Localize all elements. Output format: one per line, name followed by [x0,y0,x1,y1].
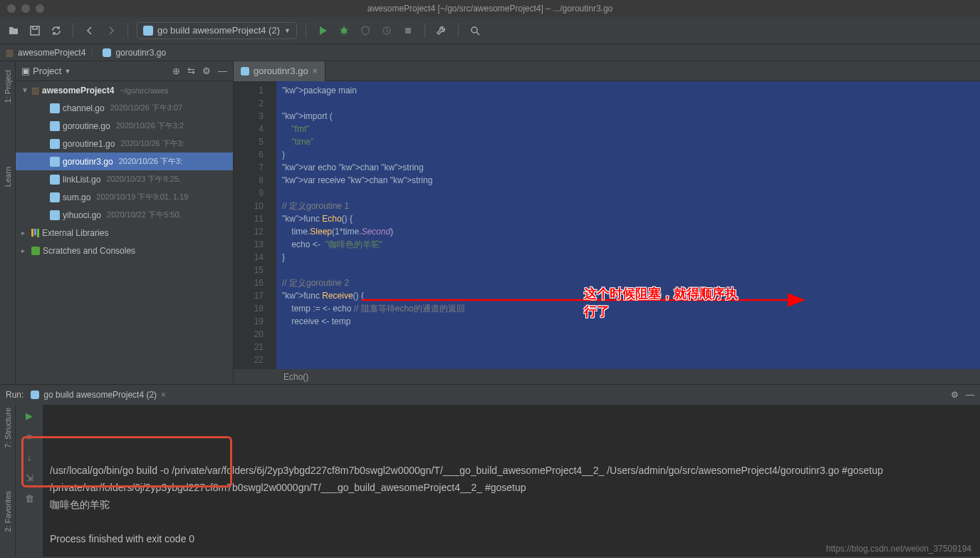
editor-breadcrumb: Echo() [234,369,980,384]
left-tool-strip: 1: Project Learn [0,61,16,384]
run-tool-window: Run: go build awesomeProject4 (2) × ⚙ — … [0,384,980,557]
svg-rect-0 [31,26,39,35]
project-title: Project [33,66,61,76]
tree-root[interactable]: ▼▥ awesomeProject4 ~/go/src/awes [16,81,233,99]
code-editor[interactable]: 12345678910111213141516171819202122 "kw"… [234,81,980,369]
project-view-icon: ▣ [21,66,30,76]
go-file-icon [50,175,60,185]
collapse-icon[interactable]: — [218,66,227,76]
output-highlight-box [21,436,232,487]
go-file-icon [103,48,111,57]
project-tree[interactable]: ▼▥ awesomeProject4 ~/go/src/awes channel… [16,81,233,384]
go-file-icon [143,26,153,36]
annotation-text: 这个时候阻塞，就得顺序执行了 [584,285,738,321]
delete-icon[interactable]: 🗑 [25,493,34,504]
scratch-icon [31,247,40,255]
run-config-selector[interactable]: go build awesomeProject4 (2) ▼ [137,22,297,39]
stop-icon[interactable] [400,23,416,38]
chevron-right-icon: 〉 [90,46,98,58]
project-tool-window: ▣ Project ▼ ⊕ ⇆ ⚙ — ▼▥ awesomeProject4 ~… [16,61,234,384]
window-title: awesomeProject4 [~/go/src/awesomeProject… [368,4,613,14]
run-icon[interactable] [315,23,330,38]
back-icon[interactable] [82,23,98,38]
run-label: Run: [6,390,24,400]
editor-area: goroutinr3.go × 123456789101112131415161… [234,61,980,384]
run-config-label: go build awesomeProject4 (2) [157,25,280,36]
maximize-window-icon[interactable] [36,4,44,13]
external-libraries[interactable]: ▸ External Libraries [16,224,233,242]
go-file-icon [31,391,39,399]
breadcrumb: ▥ awesomeProject4 〉 goroutinr3.go [0,44,980,61]
open-icon[interactable] [6,23,21,38]
tree-file[interactable]: yihuoci.go2020/10/22 下午5:50, [16,206,233,224]
scratches-consoles[interactable]: ▸ Scratches and Consoles [16,242,233,259]
chevron-down-icon: ▼ [284,27,291,34]
go-file-icon [50,210,60,220]
left-tool-strip-bottom: 7: Structure 2: Favorites [0,405,16,557]
editor-tab[interactable]: goroutinr3.go × [234,61,325,81]
close-window-icon[interactable] [7,4,16,13]
console-output[interactable]: /usr/local/go/bin/go build -o /private/v… [43,405,980,557]
main-toolbar: go build awesomeProject4 (2) ▼ [0,17,980,44]
wrench-icon[interactable] [434,23,449,38]
window-titlebar: awesomeProject4 [~/go/src/awesomeProject… [0,0,980,17]
tree-file[interactable]: goroutine.go2020/10/26 下午3:2 [16,117,233,135]
go-file-icon [50,157,60,167]
save-icon[interactable] [27,23,43,38]
tab-structure[interactable]: 7: Structure [4,408,12,448]
debug-icon[interactable] [336,23,352,38]
svg-point-4 [471,27,477,33]
tree-file[interactable]: sum.go2020/10/19 下午9:01, 1.19 [16,188,233,206]
crumb-root[interactable]: awesomeProject4 [18,48,85,58]
locate-icon[interactable]: ⊕ [172,66,180,76]
line-gutter: 12345678910111213141516171819202122 [234,81,276,369]
tree-file[interactable]: goroutine1.go2020/10/26 下午3: [16,135,233,153]
search-icon[interactable] [467,23,483,38]
code-content[interactable]: "kw">package main "kw">import ( "fmt" "t… [276,81,980,369]
chevron-down-icon[interactable]: ▼ [64,68,71,75]
rerun-icon[interactable]: ▶ [26,410,33,421]
go-file-icon [50,192,60,202]
crumb-file[interactable]: goroutinr3.go [115,48,166,58]
gear-icon[interactable]: ⚙ [951,390,959,400]
run-config-tab[interactable]: go build awesomeProject4 (2) × [31,390,166,400]
close-icon[interactable]: × [161,390,166,400]
minimize-window-icon[interactable] [21,4,30,13]
folder-icon: ▥ [6,48,14,58]
close-icon[interactable]: × [313,66,318,76]
gear-icon[interactable]: ⚙ [202,66,211,76]
svg-rect-3 [405,28,411,33]
coverage-icon[interactable] [358,23,373,38]
go-file-icon [241,67,249,76]
sync-icon[interactable] [48,23,64,38]
go-file-icon [50,103,60,113]
profile-icon[interactable] [379,23,395,38]
editor-tabs: goroutinr3.go × [234,61,980,81]
collapse-icon[interactable]: — [966,390,974,400]
tree-file[interactable]: channel.go2020/10/26 下午3:07 [16,99,233,117]
forward-icon[interactable] [103,23,119,38]
tree-file[interactable]: linkList.go2020/10/23 下午8:25, [16,170,233,188]
tree-file[interactable]: goroutinr3.go2020/10/26 下午3: [16,153,233,170]
go-file-icon [50,121,60,131]
watermark-text: https://blog.csdn.net/weixin_37509194 [826,544,971,554]
svg-point-1 [341,28,347,33]
go-file-icon [50,139,60,149]
library-icon [31,229,39,237]
tab-learn[interactable]: Learn [4,167,12,187]
expand-icon[interactable]: ⇆ [187,66,195,76]
tab-project[interactable]: 1: Project [4,70,12,103]
tab-favorites[interactable]: 2: Favorites [4,491,12,532]
